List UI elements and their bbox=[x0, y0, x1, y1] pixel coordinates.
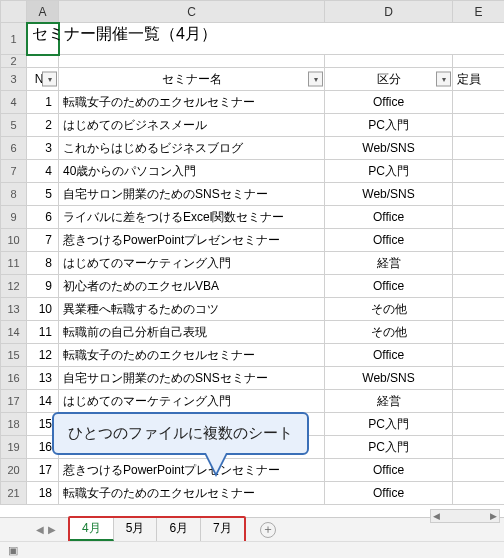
sheet-tab[interactable]: 4月 bbox=[70, 518, 114, 541]
title-cell-overflow[interactable] bbox=[59, 23, 505, 55]
cell-capacity[interactable] bbox=[453, 91, 505, 114]
cell[interactable] bbox=[27, 55, 59, 68]
row-header[interactable]: 20 bbox=[1, 459, 27, 482]
cell-capacity[interactable] bbox=[453, 344, 505, 367]
filter-header-no[interactable]: No ▾ bbox=[27, 68, 59, 91]
cell-category[interactable]: Office bbox=[325, 482, 453, 505]
cell-capacity[interactable] bbox=[453, 298, 505, 321]
row-header[interactable]: 8 bbox=[1, 183, 27, 206]
row-header[interactable]: 7 bbox=[1, 160, 27, 183]
cell-name[interactable]: 転職女子のためのエクセルセミナー bbox=[59, 91, 325, 114]
cell-no[interactable]: 3 bbox=[27, 137, 59, 160]
cell-name[interactable]: 転職女子のためのエクセルセミナー bbox=[59, 482, 325, 505]
cell-no[interactable]: 13 bbox=[27, 367, 59, 390]
select-all-corner[interactable] bbox=[1, 1, 27, 23]
row-header[interactable]: 21 bbox=[1, 482, 27, 505]
cell-capacity[interactable] bbox=[453, 252, 505, 275]
cell-capacity[interactable] bbox=[453, 160, 505, 183]
cell-capacity[interactable] bbox=[453, 436, 505, 459]
sheet-tab[interactable]: 6月 bbox=[157, 518, 201, 541]
cell-no[interactable]: 9 bbox=[27, 275, 59, 298]
row-header[interactable]: 17 bbox=[1, 390, 27, 413]
cell-name[interactable]: これからはじめるビジネスブログ bbox=[59, 137, 325, 160]
row-header[interactable]: 9 bbox=[1, 206, 27, 229]
row-header[interactable]: 19 bbox=[1, 436, 27, 459]
cell-name[interactable]: 惹きつけるPowerPointプレゼンセミナー bbox=[59, 459, 325, 482]
tab-nav-prev-icon[interactable]: ◀ bbox=[36, 524, 44, 535]
cell-category[interactable]: Office bbox=[325, 275, 453, 298]
cell-no[interactable]: 14 bbox=[27, 390, 59, 413]
sheet-tab[interactable]: 7月 bbox=[201, 518, 244, 541]
col-header-C[interactable]: C bbox=[59, 1, 325, 23]
cell-category[interactable]: PC入門 bbox=[325, 114, 453, 137]
cell-category[interactable]: Office bbox=[325, 459, 453, 482]
row-header[interactable]: 13 bbox=[1, 298, 27, 321]
row-header[interactable]: 3 bbox=[1, 68, 27, 91]
row-header[interactable]: 18 bbox=[1, 413, 27, 436]
cell-no[interactable]: 4 bbox=[27, 160, 59, 183]
cell-name[interactable]: 自宅サロン開業のためのSNSセミナー bbox=[59, 183, 325, 206]
col-header-E[interactable]: E bbox=[453, 1, 505, 23]
row-header[interactable]: 4 bbox=[1, 91, 27, 114]
cell-name[interactable]: 異業種へ転職するためのコツ bbox=[59, 298, 325, 321]
cell-capacity[interactable] bbox=[453, 229, 505, 252]
col-header-D[interactable]: D bbox=[325, 1, 453, 23]
cell-no[interactable]: 6 bbox=[27, 206, 59, 229]
cell-category[interactable]: 経営 bbox=[325, 252, 453, 275]
cell-capacity[interactable] bbox=[453, 482, 505, 505]
cell-capacity[interactable] bbox=[453, 390, 505, 413]
row-header[interactable]: 5 bbox=[1, 114, 27, 137]
cell-capacity[interactable] bbox=[453, 367, 505, 390]
filter-header-capacity[interactable]: 定員 bbox=[453, 68, 505, 91]
cell-capacity[interactable] bbox=[453, 206, 505, 229]
cell-no[interactable]: 1 bbox=[27, 91, 59, 114]
cell-no[interactable]: 18 bbox=[27, 482, 59, 505]
cell-category[interactable]: PC入門 bbox=[325, 436, 453, 459]
cell-no[interactable]: 11 bbox=[27, 321, 59, 344]
cell-no[interactable]: 10 bbox=[27, 298, 59, 321]
filter-header-name[interactable]: セミナー名 ▾ bbox=[59, 68, 325, 91]
cell-capacity[interactable] bbox=[453, 459, 505, 482]
col-header-A[interactable]: A bbox=[27, 1, 59, 23]
filter-dropdown-icon[interactable]: ▾ bbox=[42, 72, 57, 87]
cell-no[interactable]: 7 bbox=[27, 229, 59, 252]
row-header[interactable]: 16 bbox=[1, 367, 27, 390]
cell-name[interactable]: 初心者のためのエクセルVBA bbox=[59, 275, 325, 298]
cell-category[interactable]: Web/SNS bbox=[325, 367, 453, 390]
row-header[interactable]: 11 bbox=[1, 252, 27, 275]
filter-dropdown-icon[interactable]: ▾ bbox=[308, 72, 323, 87]
cell-name[interactable]: 転職前の自己分析自己表現 bbox=[59, 321, 325, 344]
cell-category[interactable]: Web/SNS bbox=[325, 137, 453, 160]
cell[interactable] bbox=[453, 55, 505, 68]
cell-name[interactable]: はじめてのマーケティング入門 bbox=[59, 390, 325, 413]
filter-header-category[interactable]: 区分 ▾ bbox=[325, 68, 453, 91]
cell-category[interactable]: その他 bbox=[325, 321, 453, 344]
cell-no[interactable]: 17 bbox=[27, 459, 59, 482]
cell-name[interactable]: はじめてのビジネスメール bbox=[59, 114, 325, 137]
scroll-right-icon[interactable]: ▶ bbox=[490, 511, 497, 521]
cell[interactable] bbox=[325, 55, 453, 68]
cell[interactable] bbox=[59, 55, 325, 68]
record-macro-icon[interactable]: ▣ bbox=[8, 544, 18, 557]
cell-category[interactable]: Office bbox=[325, 344, 453, 367]
cell-name[interactable]: 惹きつけるPowerPointプレゼンセミナー bbox=[59, 229, 325, 252]
cell-no[interactable]: 8 bbox=[27, 252, 59, 275]
cell-name[interactable]: 自宅サロン開業のためのSNSセミナー bbox=[59, 367, 325, 390]
cell-category[interactable]: Office bbox=[325, 229, 453, 252]
row-header[interactable]: 1 bbox=[1, 23, 27, 55]
cell-category[interactable]: PC入門 bbox=[325, 413, 453, 436]
scroll-left-icon[interactable]: ◀ bbox=[433, 511, 440, 521]
cell-name[interactable]: ライバルに差をつけるExcel関数セミナー bbox=[59, 206, 325, 229]
active-cell[interactable] bbox=[27, 23, 59, 55]
cell-name[interactable]: 40歳からのパソコン入門 bbox=[59, 160, 325, 183]
cell-category[interactable]: 経営 bbox=[325, 390, 453, 413]
cell-category[interactable]: Office bbox=[325, 206, 453, 229]
row-header[interactable]: 2 bbox=[1, 55, 27, 68]
cell-capacity[interactable] bbox=[453, 137, 505, 160]
add-sheet-button[interactable]: ＋ bbox=[260, 522, 276, 538]
row-header[interactable]: 10 bbox=[1, 229, 27, 252]
cell-name[interactable]: はじめてのマーケティング入門 bbox=[59, 252, 325, 275]
cell-capacity[interactable] bbox=[453, 413, 505, 436]
cell-category[interactable]: Web/SNS bbox=[325, 183, 453, 206]
tab-nav-next-icon[interactable]: ▶ bbox=[48, 524, 56, 535]
